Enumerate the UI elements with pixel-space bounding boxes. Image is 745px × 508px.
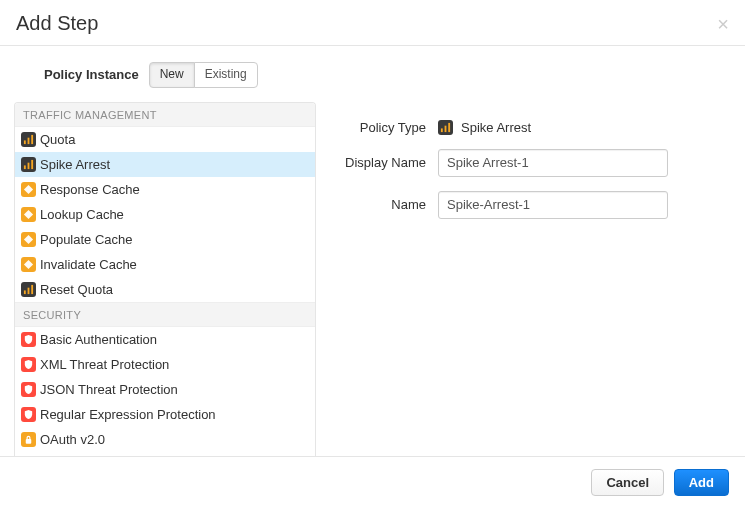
policy-item[interactable]: Invalidate Cache (15, 252, 315, 277)
instance-toggle-group: New Existing (149, 62, 258, 88)
policy-item[interactable]: Lookup Cache (15, 202, 315, 227)
content-columns: TRAFFIC MANAGEMENTQuotaSpike ArrestRespo… (4, 102, 741, 458)
diamond-icon (21, 257, 36, 272)
diamond-icon (21, 182, 36, 197)
bars-dark-icon (21, 282, 36, 297)
shield-icon (21, 357, 36, 372)
close-icon[interactable]: × (717, 14, 729, 34)
lock-icon (21, 432, 36, 447)
add-button[interactable]: Add (674, 469, 729, 496)
name-row: Name (328, 191, 713, 219)
shield-icon (21, 382, 36, 397)
category-header: TRAFFIC MANAGEMENT (15, 103, 315, 127)
modal-footer: Cancel Add (0, 456, 745, 508)
policy-item[interactable]: Reset Quota (15, 277, 315, 302)
svg-rect-9 (26, 439, 32, 444)
policy-item[interactable]: Response Cache (15, 177, 315, 202)
svg-rect-2 (31, 135, 33, 144)
policy-list-panel: TRAFFIC MANAGEMENTQuotaSpike ArrestRespo… (14, 102, 316, 458)
policy-item[interactable]: Basic Authentication (15, 327, 315, 352)
policy-type-row: Policy Type Spike Arrest (328, 120, 713, 135)
shield-icon (21, 332, 36, 347)
policy-item-label: OAuth v2.0 (40, 431, 105, 448)
policy-item-label: Spike Arrest (40, 156, 110, 173)
cancel-button[interactable]: Cancel (591, 469, 664, 496)
diamond-icon (21, 232, 36, 247)
policy-item[interactable]: Populate Cache (15, 227, 315, 252)
instance-existing-button[interactable]: Existing (194, 62, 258, 88)
policy-type-value: Spike Arrest (461, 120, 531, 135)
svg-rect-1 (28, 137, 30, 143)
svg-rect-3 (24, 165, 26, 169)
svg-rect-11 (445, 125, 447, 131)
policy-item-label: Populate Cache (40, 231, 133, 248)
policy-item-label: Invalidate Cache (40, 256, 137, 273)
bars-dark-icon (21, 157, 36, 172)
policy-item-label: Response Cache (40, 181, 140, 198)
name-input[interactable] (438, 191, 668, 219)
policy-item-label: Lookup Cache (40, 206, 124, 223)
policy-instance-row: Policy Instance New Existing (4, 58, 741, 102)
policy-item[interactable]: Quota (15, 127, 315, 152)
policy-item[interactable]: Spike Arrest (15, 152, 315, 177)
display-name-row: Display Name (328, 149, 713, 177)
policy-item-label: Basic Authentication (40, 331, 157, 348)
svg-rect-5 (31, 160, 33, 169)
shield-icon (21, 407, 36, 422)
svg-rect-6 (24, 290, 26, 294)
policy-instance-label: Policy Instance (44, 67, 139, 82)
policy-item-label: Quota (40, 131, 75, 148)
svg-rect-8 (31, 285, 33, 294)
policy-item-label: XML Threat Protection (40, 356, 169, 373)
svg-rect-12 (448, 123, 450, 132)
modal-header: Add Step × (0, 0, 745, 46)
display-name-input[interactable] (438, 149, 668, 177)
policy-item[interactable]: XML Threat Protection (15, 352, 315, 377)
policy-item[interactable]: JSON Threat Protection (15, 377, 315, 402)
policy-item-label: JSON Threat Protection (40, 381, 178, 398)
modal-body: Policy Instance New Existing TRAFFIC MAN… (0, 46, 745, 460)
policy-item-label: Reset Quota (40, 281, 113, 298)
svg-rect-4 (28, 162, 30, 168)
name-label: Name (328, 197, 438, 212)
policy-item[interactable]: OAuth v2.0 (15, 427, 315, 452)
policy-item[interactable]: Regular Expression Protection (15, 402, 315, 427)
policy-form-panel: Policy Type Spike Arrest Display Name Na… (316, 102, 741, 458)
svg-rect-7 (28, 287, 30, 293)
policy-type-label: Policy Type (328, 120, 438, 135)
category-header: SECURITY (15, 302, 315, 327)
diamond-icon (21, 207, 36, 222)
policy-type-value-group: Spike Arrest (438, 120, 531, 135)
svg-rect-10 (441, 128, 443, 132)
instance-new-button[interactable]: New (149, 62, 195, 88)
policy-item-label: Regular Expression Protection (40, 406, 216, 423)
display-name-label: Display Name (328, 155, 438, 170)
bars-dark-icon (438, 120, 453, 135)
bars-dark-icon (21, 132, 36, 147)
svg-rect-0 (24, 140, 26, 144)
modal-title: Add Step (16, 12, 98, 35)
